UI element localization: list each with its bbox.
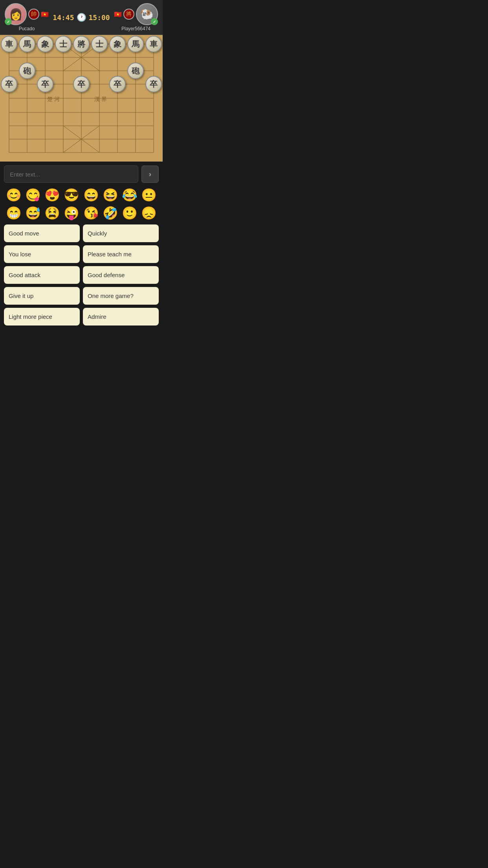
phrase-good-defense[interactable]: Good defense xyxy=(83,266,159,284)
emoji-laugh[interactable]: 😆 xyxy=(103,188,118,202)
phrase-good-attack[interactable]: Good attack xyxy=(4,266,80,284)
player2-rank-badge: 將 xyxy=(123,9,134,20)
piece-cannon-right[interactable]: 砲 xyxy=(127,63,144,79)
emoji-happy[interactable]: 😊 xyxy=(6,188,22,202)
emoji-sad[interactable]: 😞 xyxy=(141,206,157,221)
piece-soldier-0[interactable]: 卒 xyxy=(1,76,17,92)
phrase-light-more[interactable]: Light more piece xyxy=(4,308,80,326)
emoji-yum[interactable]: 😋 xyxy=(25,188,41,202)
player2-flag: 🇻🇳 xyxy=(114,11,122,18)
emoji-rofl[interactable]: 🤣 xyxy=(103,206,118,221)
chess-board[interactable]: 楚 河 漢 界 車 馬 象 士 將 士 象 馬 車 砲 砲 卒 卒 卒 卒 卒 xyxy=(0,35,163,162)
phrase-good-move[interactable]: Good move xyxy=(4,224,80,242)
emoji-row-1: 😊 😋 😍 😎 😄 😆 😂 😐 xyxy=(4,188,159,202)
player1-name: Pucado xyxy=(19,26,35,31)
piece-cannon-left[interactable]: 砲 xyxy=(19,63,35,79)
phrase-quickly[interactable]: Quickly xyxy=(83,224,159,242)
piece-r0c4[interactable]: 將 xyxy=(73,36,90,52)
player2-avatar-container: 🐏 ✓ xyxy=(136,3,158,25)
phrase-please-teach[interactable]: Please teach me xyxy=(83,245,159,263)
emoji-cry-laugh[interactable]: 😂 xyxy=(122,188,138,202)
player1-flag: 🇻🇳 xyxy=(41,11,49,18)
player2-check-badge: ✓ xyxy=(151,18,158,25)
piece-soldier-3[interactable]: 卒 xyxy=(109,76,126,92)
player2-section: 🐏 ✓ 將 🇻🇳 Player566474 xyxy=(114,3,158,31)
phrase-give-up[interactable]: Give it up xyxy=(4,287,80,305)
emoji-neutral[interactable]: 😐 xyxy=(141,188,157,202)
piece-r0c5[interactable]: 士 xyxy=(91,36,108,52)
emoji-slight-smile[interactable]: 🙂 xyxy=(122,206,138,221)
player1-section: 👩 ✓ 帥 🇻🇳 Pucado xyxy=(5,3,49,31)
emoji-sweat[interactable]: 😅 xyxy=(25,206,41,221)
phrase-one-more[interactable]: One more game? xyxy=(83,287,159,305)
input-row: › xyxy=(4,166,159,183)
clock-icon: 🕐 xyxy=(77,13,86,22)
game-header: 👩 ✓ 帥 🇻🇳 Pucado 14:45 🕐 15:00 🐏 ✓ xyxy=(0,0,163,35)
piece-soldier-1[interactable]: 卒 xyxy=(37,76,53,92)
player1-time: 14:45 xyxy=(53,13,74,22)
piece-r0c3[interactable]: 士 xyxy=(55,36,72,52)
emoji-tired[interactable]: 😫 xyxy=(44,206,60,221)
piece-soldier-4[interactable]: 卒 xyxy=(145,76,162,92)
piece-soldier-2[interactable]: 卒 xyxy=(73,76,90,92)
emoji-wink-tongue[interactable]: 😜 xyxy=(64,206,79,221)
text-input[interactable] xyxy=(4,166,138,183)
pieces-layer: 車 馬 象 士 將 士 象 馬 車 砲 砲 卒 卒 卒 卒 卒 xyxy=(0,35,163,162)
emoji-kiss[interactable]: 😘 xyxy=(83,206,99,221)
piece-r0c1[interactable]: 馬 xyxy=(19,36,35,52)
emoji-heart-eyes[interactable]: 😍 xyxy=(44,188,60,202)
emoji-row-2: 😁 😅 😫 😜 😘 🤣 🙂 😞 xyxy=(4,206,159,221)
timer-section: 14:45 🕐 15:00 xyxy=(53,13,110,22)
player2-time: 15:00 xyxy=(89,13,110,22)
phrase-you-lose[interactable]: You lose xyxy=(4,245,80,263)
emoji-beam[interactable]: 😁 xyxy=(6,206,22,221)
player1-check-badge: ✓ xyxy=(5,18,12,25)
piece-r0c2[interactable]: 象 xyxy=(37,36,53,52)
player2-name: Player566474 xyxy=(121,26,150,31)
player1-avatar-container: 👩 ✓ xyxy=(5,3,27,25)
send-button[interactable]: › xyxy=(141,166,159,183)
piece-r0c8[interactable]: 車 xyxy=(145,36,162,52)
piece-r0c0[interactable]: 車 xyxy=(1,36,17,52)
piece-r0c6[interactable]: 象 xyxy=(109,36,126,52)
player1-rank-badge: 帥 xyxy=(28,9,39,20)
phrase-admire[interactable]: Admire xyxy=(83,308,159,326)
chat-area: › 😊 😋 😍 😎 😄 😆 😂 😐 😁 😅 😫 😜 😘 🤣 🙂 😞 Good m… xyxy=(0,162,163,329)
emoji-grin[interactable]: 😄 xyxy=(83,188,99,202)
phrases-grid: Good move Quickly You lose Please teach … xyxy=(4,224,159,326)
piece-r0c7[interactable]: 馬 xyxy=(127,36,144,52)
emoji-sunglasses[interactable]: 😎 xyxy=(64,188,79,202)
